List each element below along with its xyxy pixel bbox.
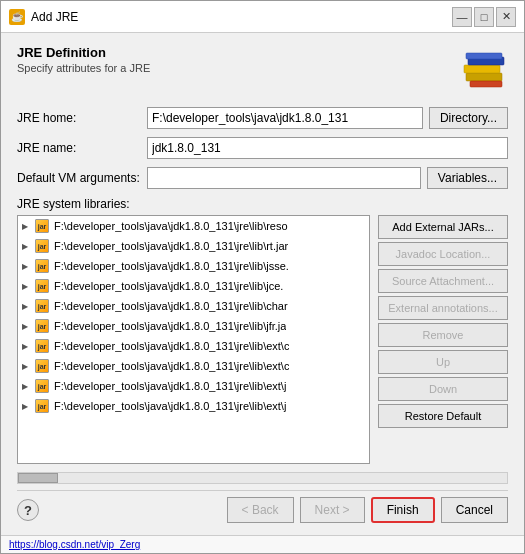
lib-path: F:\developer_tools\java\jdk1.8.0_131\jre… [54,380,286,392]
status-text: https://blog.csdn.net/vip_Zerg [9,539,140,550]
jar-icon: jar [34,218,50,234]
window-controls: — □ ✕ [452,7,516,27]
libraries-action-buttons: Add External JARs... Javadoc Location...… [378,215,508,464]
lib-path: F:\developer_tools\java\jdk1.8.0_131\jre… [54,280,283,292]
window-icon: ☕ [9,9,25,25]
next-button[interactable]: Next > [300,497,365,523]
add-external-jars-button[interactable]: Add External JARs... [378,215,508,239]
expand-arrow-icon: ▶ [22,382,32,391]
lib-path: F:\developer_tools\java\jdk1.8.0_131\jre… [54,320,286,332]
jar-icon: jar [34,398,50,414]
jre-home-row: JRE home: Directory... [17,107,508,129]
section-subtitle: Specify attributes for a JRE [17,62,150,74]
lib-path: F:\developer_tools\java\jdk1.8.0_131\jre… [54,300,288,312]
up-button[interactable]: Up [378,350,508,374]
lib-path: F:\developer_tools\java\jdk1.8.0_131\jre… [54,240,288,252]
lib-path: F:\developer_tools\java\jdk1.8.0_131\jre… [54,220,288,232]
jar-icon: jar [34,318,50,334]
section-title: JRE Definition [17,45,150,60]
lib-path: F:\developer_tools\java\jdk1.8.0_131\jre… [54,260,289,272]
jre-home-input[interactable] [147,107,423,129]
jar-icon: jar [34,358,50,374]
directory-button[interactable]: Directory... [429,107,508,129]
list-item[interactable]: ▶ jar F:\developer_tools\java\jdk1.8.0_1… [18,256,369,276]
header-illustration [460,45,508,93]
expand-arrow-icon: ▶ [22,242,32,251]
add-jre-dialog: ☕ Add JRE — □ ✕ JRE Definition Specify a… [0,0,525,554]
footer-right: < Back Next > Finish Cancel [227,497,508,523]
jar-icon: jar [34,238,50,254]
header-section: JRE Definition Specify attributes for a … [17,45,508,93]
javadoc-location-button[interactable]: Javadoc Location... [378,242,508,266]
status-bar: https://blog.csdn.net/vip_Zerg [1,535,524,553]
vm-args-input[interactable] [147,167,421,189]
minimize-button[interactable]: — [452,7,472,27]
title-bar: ☕ Add JRE — □ ✕ [1,1,524,33]
libraries-label: JRE system libraries: [17,197,508,211]
jre-name-label: JRE name: [17,141,147,155]
expand-arrow-icon: ▶ [22,222,32,231]
list-item[interactable]: ▶ jar F:\developer_tools\java\jdk1.8.0_1… [18,316,369,336]
list-item[interactable]: ▶ jar F:\developer_tools\java\jdk1.8.0_1… [18,396,369,416]
expand-arrow-icon: ▶ [22,362,32,371]
expand-arrow-icon: ▶ [22,402,32,411]
books-icon [460,45,508,93]
footer-left: ? [17,499,39,521]
vm-args-row: Default VM arguments: Variables... [17,167,508,189]
down-button[interactable]: Down [378,377,508,401]
svg-rect-4 [470,81,502,87]
cancel-button[interactable]: Cancel [441,497,508,523]
variables-button[interactable]: Variables... [427,167,508,189]
dialog-content: JRE Definition Specify attributes for a … [1,33,524,535]
jar-icon: jar [34,338,50,354]
list-item[interactable]: ▶ jar F:\developer_tools\java\jdk1.8.0_1… [18,376,369,396]
list-item[interactable]: ▶ jar F:\developer_tools\java\jdk1.8.0_1… [18,276,369,296]
finish-button[interactable]: Finish [371,497,435,523]
restore-default-button[interactable]: Restore Default [378,404,508,428]
list-item[interactable]: ▶ jar F:\developer_tools\java\jdk1.8.0_1… [18,336,369,356]
list-item[interactable]: ▶ jar F:\developer_tools\java\jdk1.8.0_1… [18,236,369,256]
horizontal-scrollbar[interactable] [17,472,508,484]
window-title: Add JRE [31,10,452,24]
expand-arrow-icon: ▶ [22,302,32,311]
svg-rect-0 [466,73,502,81]
back-button[interactable]: < Back [227,497,294,523]
close-button[interactable]: ✕ [496,7,516,27]
jre-name-row: JRE name: [17,137,508,159]
external-annotations-button[interactable]: External annotations... [378,296,508,320]
list-item[interactable]: ▶ jar F:\developer_tools\java\jdk1.8.0_1… [18,296,369,316]
footer-section: ? < Back Next > Finish Cancel [17,490,508,527]
jre-name-input[interactable] [147,137,508,159]
header-text: JRE Definition Specify attributes for a … [17,45,150,74]
source-attachment-button[interactable]: Source Attachment... [378,269,508,293]
svg-rect-3 [466,53,502,59]
list-item[interactable]: ▶ jar F:\developer_tools\java\jdk1.8.0_1… [18,356,369,376]
jre-home-label: JRE home: [17,111,147,125]
lib-path: F:\developer_tools\java\jdk1.8.0_131\jre… [54,360,289,372]
expand-arrow-icon: ▶ [22,322,32,331]
list-item[interactable]: ▶ jar F:\developer_tools\java\jdk1.8.0_1… [18,216,369,236]
libraries-list[interactable]: ▶ jar F:\developer_tools\java\jdk1.8.0_1… [17,215,370,464]
jar-icon: jar [34,258,50,274]
vm-args-label: Default VM arguments: [17,171,147,185]
expand-arrow-icon: ▶ [22,262,32,271]
jar-icon: jar [34,378,50,394]
lib-path: F:\developer_tools\java\jdk1.8.0_131\jre… [54,400,286,412]
libraries-section: ▶ jar F:\developer_tools\java\jdk1.8.0_1… [17,215,508,464]
jar-icon: jar [34,298,50,314]
lib-path: F:\developer_tools\java\jdk1.8.0_131\jre… [54,340,289,352]
svg-rect-1 [464,65,500,73]
scroll-thumb[interactable] [18,473,58,483]
remove-button[interactable]: Remove [378,323,508,347]
help-button[interactable]: ? [17,499,39,521]
jar-icon: jar [34,278,50,294]
expand-arrow-icon: ▶ [22,282,32,291]
maximize-button[interactable]: □ [474,7,494,27]
expand-arrow-icon: ▶ [22,342,32,351]
